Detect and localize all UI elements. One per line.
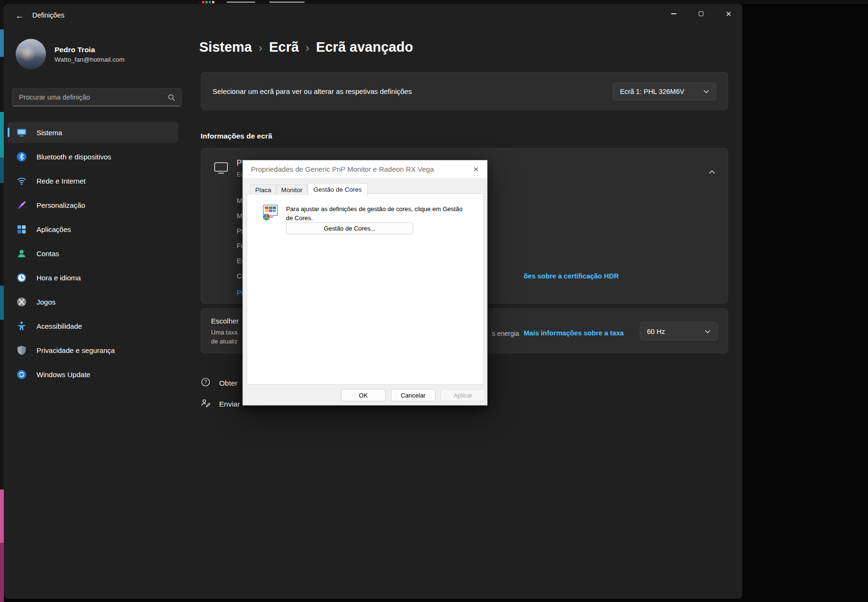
user-email: Watto_fan@hotmail.com xyxy=(55,56,125,63)
avatar xyxy=(16,39,46,69)
background-text-sliver xyxy=(269,1,305,3)
dialog-close-button[interactable]: × xyxy=(465,160,487,178)
dialog-close-icon: × xyxy=(473,164,479,175)
back-button[interactable]: ← xyxy=(10,9,28,23)
user-name: Pedro Troia xyxy=(55,46,125,54)
user-profile[interactable]: Pedro Troia Watto_fan@hotmail.com xyxy=(16,39,125,69)
account-person-icon xyxy=(16,248,27,259)
color-management-icon xyxy=(261,204,279,223)
sidebar-item-label: Bluetooth e dispositivos xyxy=(37,153,111,161)
display-selector-value: Ecrã 1: PHL 326M6V xyxy=(620,88,684,95)
color-management-description: Para ajustar as definições de gestão de … xyxy=(286,204,462,222)
help-icon: ? xyxy=(201,377,211,389)
sidebar-item-privacidade[interactable]: Privacidade e segurança xyxy=(8,340,178,361)
chevron-up-icon[interactable] xyxy=(709,167,715,176)
color-management-tab-panel: Para ajustar as definições de gestão de … xyxy=(247,194,484,385)
background-sliver xyxy=(0,157,4,183)
get-help-label: Obter xyxy=(219,379,238,388)
display-selector-card: Selecionar um ecrã para ver ou alterar a… xyxy=(201,72,728,110)
minimize-button[interactable] xyxy=(660,4,687,24)
sidebar-item-label: Aplicações xyxy=(37,225,71,233)
background-sliver xyxy=(0,29,4,57)
sidebar-item-acessibilidade[interactable]: Acessibilidade xyxy=(8,315,178,336)
refresh-desc-fragment: de atualiz xyxy=(211,338,238,345)
search-box xyxy=(12,88,182,106)
paintbrush-icon xyxy=(16,200,27,211)
breadcrumb-sistema[interactable]: Sistema xyxy=(199,39,252,55)
sidebar-item-label: Personalização xyxy=(37,201,85,209)
xbox-games-icon xyxy=(16,296,27,307)
sidebar-item-windows-update[interactable]: Windows Update xyxy=(8,364,178,385)
display-selector-dropdown[interactable]: Ecrã 1: PHL 326M6V xyxy=(613,83,716,101)
windows-update-icon xyxy=(16,369,27,380)
refresh-title-fragment: Escolher xyxy=(211,317,239,325)
apply-button: Aplicar xyxy=(441,389,485,401)
app-title: Definições xyxy=(32,11,65,19)
color-management-button[interactable]: Gestão de Cores... xyxy=(286,222,413,234)
description-line-1: Para ajustar as definições de gestão de … xyxy=(286,205,462,213)
display-selector-label: Selecionar um ecrã para ver ou alterar a… xyxy=(212,87,412,95)
sidebar-item-contas[interactable]: Contas xyxy=(8,243,178,264)
wifi-icon xyxy=(16,176,27,186)
close-button[interactable]: × xyxy=(715,4,742,24)
ok-button[interactable]: OK xyxy=(341,389,386,401)
background-color-dot xyxy=(209,1,211,3)
get-help-link[interactable]: ? Obter xyxy=(201,377,238,389)
sidebar-item-label: Sistema xyxy=(37,129,62,137)
accessibility-person-icon xyxy=(16,321,27,332)
hdr-certification-link[interactable]: ões sobre a certificação HDR xyxy=(524,272,619,280)
background-window-top-edge xyxy=(4,0,868,4)
system-monitor-icon xyxy=(16,127,27,138)
monitor-properties-dialog: Propriedades de Generic PnP Monitor e Ra… xyxy=(242,160,488,406)
sidebar-item-sistema[interactable]: Sistema xyxy=(8,122,178,143)
sidebar-item-label: Windows Update xyxy=(37,370,90,379)
selection-pill xyxy=(8,128,9,137)
background-text-sliver xyxy=(227,1,255,3)
monitor-icon xyxy=(214,162,228,176)
refresh-rate-info-link[interactable]: Mais informações sobre a taxa xyxy=(524,329,624,337)
maximize-icon xyxy=(699,11,703,16)
sidebar-item-aplicacoes[interactable]: Aplicações xyxy=(8,219,178,240)
refresh-desc-right-fragment: s energia xyxy=(492,330,519,337)
sidebar-nav: Sistema Bluetooth e dispositivos Rede e … xyxy=(8,122,178,388)
chevron-down-icon xyxy=(705,330,711,333)
background-color-dot xyxy=(205,1,208,3)
breadcrumb-ecra[interactable]: Ecrã xyxy=(269,39,299,55)
sidebar-item-hora-idioma[interactable]: Hora e idioma xyxy=(8,267,178,288)
sidebar-item-rede[interactable]: Rede e Internet xyxy=(8,170,178,191)
search-input[interactable] xyxy=(12,89,181,106)
send-feedback-label: Enviar xyxy=(219,400,240,408)
background-sliver xyxy=(0,490,4,543)
tab-gestao-de-cores[interactable]: Gestão de Cores xyxy=(308,183,368,195)
display-detail-fragment: M xyxy=(237,197,242,204)
display-info-section-title: Informações de ecrã xyxy=(201,132,272,140)
sidebar-item-label: Jogos xyxy=(37,298,55,306)
clock-icon xyxy=(16,272,27,283)
description-line-2: de Cores. xyxy=(286,214,313,222)
close-icon: × xyxy=(726,9,731,19)
dialog-title: Propriedades de Generic PnP Monitor e Ra… xyxy=(251,165,434,173)
refresh-rate-dropdown[interactable]: 60 Hz xyxy=(640,322,718,341)
svg-text:?: ? xyxy=(204,379,207,385)
cancel-button[interactable]: Cancelar xyxy=(391,389,435,401)
refresh-desc-fragment: Uma taxa xyxy=(211,329,238,336)
sidebar-item-personalizacao[interactable]: Personalização xyxy=(8,194,178,215)
breadcrumb-separator: › xyxy=(259,40,262,55)
sidebar-item-jogos[interactable]: Jogos xyxy=(8,291,178,312)
sidebar-item-bluetooth[interactable]: Bluetooth e dispositivos xyxy=(8,146,178,167)
bluetooth-icon xyxy=(16,151,27,162)
breadcrumb: Sistema › Ecrã › Ecrã avançado xyxy=(199,36,413,58)
background-color-dot xyxy=(202,1,204,3)
desktop: ← Definições × Pedro Troia Watto_fan@hot… xyxy=(0,0,868,602)
sidebar-item-label: Contas xyxy=(37,250,59,258)
tab-monitor[interactable]: Monitor xyxy=(277,185,307,195)
tab-placa[interactable]: Placa xyxy=(250,185,276,195)
display-detail-fragment: M xyxy=(237,212,242,220)
minimize-icon xyxy=(671,13,676,14)
background-window-left-edge xyxy=(0,0,4,602)
chevron-down-icon xyxy=(703,90,709,93)
maximize-button[interactable] xyxy=(687,4,715,24)
dialog-tab-strip: Placa Monitor Gestão de Cores xyxy=(250,183,368,195)
send-feedback-link[interactable]: Enviar xyxy=(201,398,240,410)
search-icon xyxy=(168,94,175,101)
